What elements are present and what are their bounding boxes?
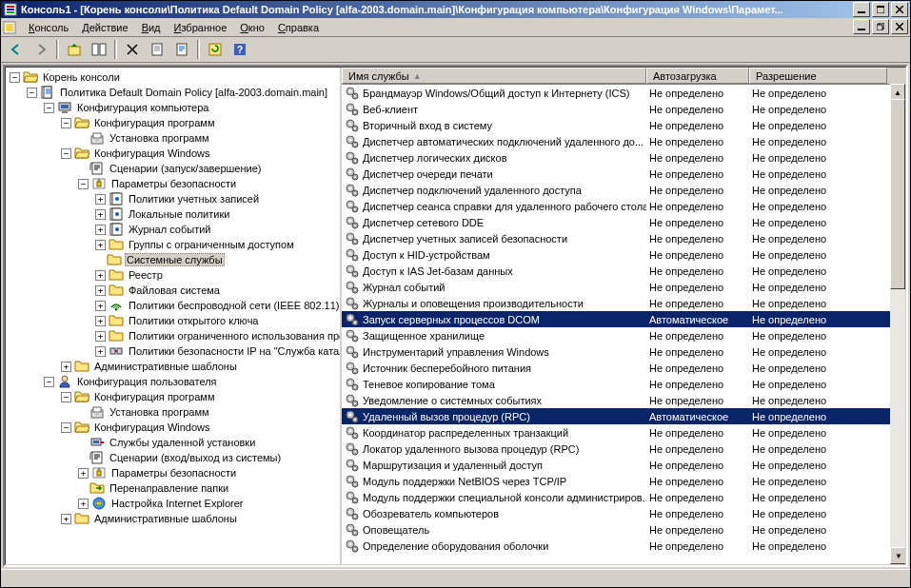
tree-node[interactable]: +Группы с ограниченным доступом [6,237,340,252]
collapse-icon[interactable]: − [61,148,71,159]
service-row[interactable]: Диспетчер автоматических подключений уда… [342,133,905,149]
service-row[interactable]: Журнал событийНе определеноНе определено [342,279,905,295]
expand-icon[interactable]: + [95,209,106,220]
service-row[interactable]: Обозреватель компьютеровНе определеноНе … [342,505,905,521]
tree-node[interactable]: Системные службы [6,252,340,267]
collapse-icon[interactable]: − [44,103,54,113]
mdi-close-button[interactable] [891,19,908,34]
vertical-scrollbar[interactable]: ▲ ▼ [890,84,905,564]
tree-node[interactable]: Перенаправление папки [6,480,340,496]
tree-node[interactable]: Службы удаленной установки [6,435,340,450]
expand-icon[interactable]: + [95,316,106,326]
service-row[interactable]: Модуль поддержки NetBIOS через TCP/IPНе … [342,473,905,489]
tree-node[interactable]: −Конфигурация компьютера [6,100,340,115]
menu-help[interactable]: Справка [271,20,326,35]
help-button[interactable]: ? [228,38,251,61]
tree-node[interactable]: +Политики безопасности IP на "Служба кат… [6,343,340,359]
tree-node[interactable]: −Параметры безопасности [6,176,340,191]
menu-view[interactable]: Вид [135,20,168,35]
service-row[interactable]: Маршрутизация и удаленный доступНе опред… [342,457,905,473]
back-button[interactable] [5,38,28,61]
menu-action[interactable]: Действие [75,20,134,35]
tree-node[interactable]: Сценарии (вход/выход из системы) [6,450,340,465]
service-row[interactable]: Определение оборудования оболочкиНе опре… [342,538,905,554]
service-row[interactable]: Удаленный вызов процедур (RPC)Автоматиче… [342,408,905,424]
tree-node[interactable]: −Корень консоли [6,69,340,85]
maximize-button[interactable] [872,2,889,17]
tree-node[interactable]: Сценарии (запуск/завершение) [6,161,340,176]
scroll-thumb[interactable] [890,99,905,289]
expand-icon[interactable]: + [95,194,106,205]
service-row[interactable]: Диспетчер учетных записей безопасностиНе… [342,230,905,246]
tree-node[interactable]: +Параметры безопасности [6,465,340,480]
service-row[interactable]: Теневое копирование томаНе определеноНе … [342,376,905,392]
tree-node[interactable]: −Конфигурация программ [6,389,340,404]
collapse-icon[interactable]: − [44,377,54,387]
expand-icon[interactable]: + [95,225,106,235]
menu-window[interactable]: Окно [233,20,271,35]
collapse-icon[interactable]: − [61,392,71,402]
collapse-icon[interactable]: − [78,179,89,189]
service-row[interactable]: Уведомление о системных событияхНе опред… [342,392,905,408]
service-row[interactable]: ОповещательНе определеноНе определено [342,521,905,538]
expand-icon[interactable]: + [61,362,71,372]
tree-node[interactable]: Установка программ [6,404,340,420]
tree-node[interactable]: Установка программ [6,130,340,146]
expand-icon[interactable]: + [78,468,89,479]
tree-node[interactable]: +Политики беспроводной сети (IEEE 802.11… [6,298,340,313]
expand-icon[interactable]: + [95,240,106,250]
delete-button[interactable] [121,38,144,61]
close-button[interactable] [891,2,908,17]
export-button[interactable] [170,38,193,61]
tree-node[interactable]: −Политика Default Domain Policy [alfa-20… [6,85,340,100]
service-row[interactable]: Диспетчер очереди печатиНе определеноНе … [342,166,905,182]
col-service-name[interactable]: Имя службы▲ [342,68,646,84]
service-row[interactable]: Координатор распределенных транзакцийНе … [342,424,905,441]
col-startup[interactable]: Автозагрузка [646,68,749,84]
expand-icon[interactable]: + [95,331,106,342]
expand-icon[interactable]: + [78,499,89,509]
properties-button[interactable] [146,38,168,61]
expand-icon[interactable]: + [95,301,106,311]
expand-icon[interactable]: + [95,285,106,296]
service-row[interactable]: Модуль поддержки специальной консоли адм… [342,489,905,505]
refresh-button[interactable] [204,38,227,61]
mdi-minimize-button[interactable] [853,19,870,34]
tree-node[interactable]: +Настройка Internet Explorer [6,496,340,511]
mdi-restore-button[interactable] [872,19,889,34]
service-row[interactable]: Диспетчер сеанса справки для удаленного … [342,198,905,214]
show-hide-tree-button[interactable] [88,38,110,61]
up-button[interactable] [63,38,86,61]
service-row[interactable]: Доступ к HID-устройствамНе определеноНе … [342,246,905,263]
collapse-icon[interactable]: − [10,72,20,83]
service-row[interactable]: Источник бесперебойного питанияНе опреде… [342,360,905,376]
service-row[interactable]: Вторичный вход в системуНе определеноНе … [342,117,905,133]
tree-node[interactable]: −Конфигурация Windows [6,420,340,435]
expand-icon[interactable]: + [61,514,71,524]
tree-node[interactable]: −Конфигурация пользователя [6,374,340,389]
collapse-icon[interactable]: − [27,88,37,98]
tree-node[interactable]: +Административные шаблоны [6,511,340,526]
menu-console[interactable]: Консоль [22,20,75,35]
collapse-icon[interactable]: − [61,422,71,433]
list-body[interactable]: Брандмауэр Windows/Общий доступ к Интерн… [342,85,905,564]
expand-icon[interactable]: + [95,270,106,281]
service-row[interactable]: Журналы и оповещения производительностиН… [342,295,905,311]
tree-node[interactable]: −Конфигурация Windows [6,146,340,161]
tree-node[interactable]: +Локальные политики [6,206,340,222]
tree-node[interactable]: +Административные шаблоны [6,359,340,374]
expand-icon[interactable]: + [95,346,106,357]
tree-node[interactable]: +Журнал событий [6,222,340,237]
service-row[interactable]: Локатор удаленного вызова процедур (RPC)… [342,441,905,457]
forward-button[interactable] [30,38,52,61]
tree-node[interactable]: +Файловая система [6,283,340,298]
collapse-icon[interactable]: − [61,118,71,128]
tree-node[interactable]: −Конфигурация программ [6,115,340,130]
service-row[interactable]: Доступ к IAS Jet-базам данныхНе определе… [342,263,905,279]
tree-node[interactable]: +Реестр [6,267,340,283]
service-row[interactable]: Защищенное хранилищеНе определеноНе опре… [342,327,905,343]
col-permission[interactable]: Разрешение [749,68,887,84]
scroll-down-button[interactable]: ▼ [890,547,905,564]
tree-node[interactable]: +Политики открытого ключа [6,313,340,328]
service-row[interactable]: Диспетчер сетевого DDEНе определеноНе оп… [342,214,905,230]
